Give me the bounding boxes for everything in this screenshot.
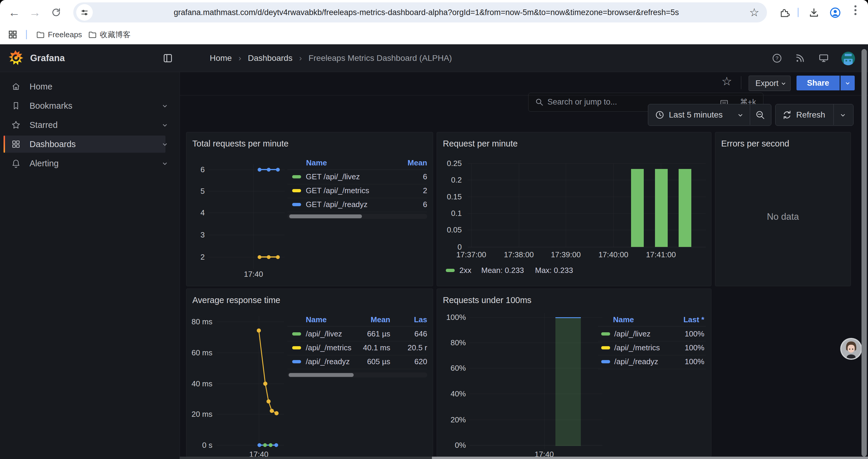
refresh-icon[interactable] <box>782 110 792 120</box>
chevron-down-icon[interactable] <box>162 141 168 147</box>
panel-request-per-minute[interactable]: Request per minute 0.25 0.2 0.15 0.1 0.0… <box>437 132 711 286</box>
rss-icon[interactable] <box>795 53 805 65</box>
chevron-down-icon[interactable] <box>737 112 743 118</box>
series-swatch <box>601 360 610 363</box>
breadcrumb-home[interactable]: Home <box>210 54 232 63</box>
dashboards-grid-icon <box>11 139 21 149</box>
folder-icon <box>36 30 45 40</box>
legend-header-name[interactable]: Name <box>306 315 327 324</box>
back-icon[interactable]: ← <box>5 0 23 25</box>
active-indicator <box>4 136 5 153</box>
legend-header-name[interactable]: Name <box>613 315 634 324</box>
legend-scrollbar[interactable] <box>287 214 427 219</box>
chevron-down-icon[interactable] <box>162 103 168 109</box>
download-icon[interactable] <box>808 7 819 20</box>
panel-title[interactable]: Total requests per minute <box>192 139 289 149</box>
panel-title[interactable]: Request per minute <box>443 139 518 149</box>
no-data-message: No data <box>715 211 850 222</box>
y-tick: 0.25 <box>441 159 462 168</box>
legend-row-name[interactable]: /api/_/readyz <box>306 357 350 366</box>
legend-row-value: 2 <box>404 186 427 195</box>
legend-header-mean[interactable]: Mean <box>346 315 390 324</box>
vertical-scrollbar[interactable] <box>862 49 867 457</box>
browser-window: ← → grafana.mathmast.com/d/deytv4rwavabk… <box>0 0 868 459</box>
extensions-icon[interactable] <box>779 7 790 20</box>
panel-avg-response-time[interactable]: Average response time 80 ms 60 ms 40 ms … <box>186 289 433 457</box>
brand-title[interactable]: Grafana <box>30 44 65 72</box>
share-button[interactable]: Share <box>797 76 840 90</box>
y-tick: 4 <box>189 208 205 218</box>
panel-title[interactable]: Errors per second <box>721 139 789 149</box>
panel-total-requests[interactable]: Total requests per minute 6 5 4 3 2 17:4… <box>186 132 433 286</box>
svg-text:?: ? <box>776 56 778 61</box>
bookmark-item[interactable]: 收藏博客 <box>100 25 131 44</box>
apps-grid-icon[interactable] <box>8 30 18 41</box>
panel-errors-per-second[interactable]: Errors per second No data <box>715 132 851 286</box>
panel-title[interactable]: Requests under 100ms <box>443 295 531 305</box>
bookmark-item[interactable]: Freeleaps <box>48 25 82 44</box>
x-tick: 17:38:00 <box>498 250 539 259</box>
panel-under-100ms[interactable]: Requests under 100ms 100% 80% 60% 40% 20… <box>437 289 711 457</box>
time-range-picker[interactable]: Last 5 minutes <box>669 104 723 126</box>
favorite-star-icon[interactable]: ☆ <box>721 74 732 88</box>
zoom-out-icon[interactable] <box>755 110 765 120</box>
y-tick: 80% <box>439 338 466 347</box>
series-swatch <box>601 346 610 350</box>
legend-row-name[interactable]: /api/_/metrics <box>306 343 351 352</box>
refresh-interval-dropdown[interactable] <box>840 112 846 118</box>
legend-header-last[interactable]: Last * <box>670 315 704 324</box>
site-settings-icon[interactable] <box>76 4 93 21</box>
legend-row-name[interactable]: GET /api/_/metrics <box>306 186 369 195</box>
x-tick: 17:37:00 <box>451 250 492 259</box>
legend-header-name[interactable]: Name <box>306 158 327 167</box>
toolbar-divider <box>798 8 799 17</box>
response-time-chart <box>186 289 287 457</box>
chevron-down-icon[interactable] <box>162 161 168 167</box>
profile-icon[interactable] <box>829 6 841 20</box>
horizontal-scrollbar-track[interactable] <box>180 457 868 459</box>
monitor-icon[interactable] <box>818 53 829 65</box>
legend-scrollbar[interactable] <box>287 372 427 378</box>
legend-header-last[interactable]: Las <box>404 315 427 324</box>
legend-row-name[interactable]: /api/_/livez <box>614 329 651 338</box>
sidebar-item-starred[interactable]: Starred <box>4 117 165 133</box>
legend-row-name[interactable]: /api/_/livez <box>306 329 342 338</box>
bookmark-star-icon[interactable]: ☆ <box>749 2 759 23</box>
legend-header-mean[interactable]: Mean <box>404 158 427 167</box>
sidebar-item-home[interactable]: Home <box>4 78 165 95</box>
sidebar-item-bookmarks[interactable]: Bookmarks <box>4 97 165 114</box>
export-button[interactable]: Export <box>749 76 790 91</box>
legend-series-label[interactable]: 2xx <box>459 266 471 275</box>
y-tick: 3 <box>189 230 205 239</box>
breadcrumb-dashboards[interactable]: Dashboards <box>248 54 292 63</box>
bar-2xx <box>679 169 691 247</box>
legend-row-name[interactable]: GET /api/_/livez <box>306 172 360 181</box>
legend-row-name[interactable]: GET /api/_/readyz <box>306 200 368 209</box>
user-avatar[interactable] <box>841 52 855 65</box>
series-swatch <box>292 346 301 350</box>
chevron-down-icon[interactable] <box>162 122 168 128</box>
grafana-logo[interactable] <box>8 50 24 67</box>
url-bar[interactable]: grafana.mathmast.com/d/deytv4rwavabkb/fr… <box>73 2 767 23</box>
star-icon <box>11 120 21 130</box>
refresh-button[interactable]: Refresh <box>796 104 825 126</box>
sidebar-item-alerting[interactable]: Alerting <box>4 155 165 172</box>
reload-icon[interactable] <box>51 7 61 19</box>
forward-icon[interactable]: → <box>26 0 44 25</box>
x-tick: 17:40 <box>239 269 268 279</box>
series-swatch <box>292 175 301 178</box>
legend-row-name[interactable]: /api/_/readyz <box>614 357 658 366</box>
sidebar-toggle-icon[interactable] <box>162 53 173 65</box>
menu-kebab-icon[interactable] <box>852 4 859 17</box>
y-tick: 0.05 <box>441 225 462 234</box>
legend-row-last: 646 <box>383 329 427 338</box>
horizontal-scrollbar-thumb[interactable] <box>432 457 868 459</box>
legend-row-name[interactable]: /api/_/metrics <box>614 343 660 352</box>
url-text[interactable]: grafana.mathmast.com/d/deytv4rwavabkb/fr… <box>174 2 679 23</box>
assistant-avatar[interactable] <box>840 337 863 362</box>
share-dropdown-button[interactable] <box>840 76 855 90</box>
help-icon[interactable]: ? <box>772 53 782 65</box>
chevron-down-icon <box>781 81 786 86</box>
sidebar-item-dashboards[interactable]: Dashboards <box>4 136 165 153</box>
y-tick: 2 <box>189 252 205 262</box>
